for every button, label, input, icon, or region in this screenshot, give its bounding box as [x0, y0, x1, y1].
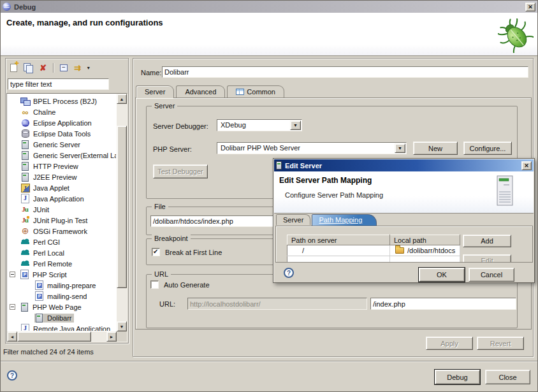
base-url-field-wrap: [187, 298, 367, 310]
bug-icon: [498, 18, 534, 53]
auto-generate-checkbox[interactable]: [150, 280, 159, 289]
help-icon[interactable]: [7, 370, 17, 381]
osgi-icon: [20, 227, 30, 236]
tree-item-mailing-prepare[interactable]: mailing-prepare: [8, 280, 116, 291]
dialog-help-icon[interactable]: [284, 268, 294, 278]
tree-item-junit-plug-in-test[interactable]: JUnit Plug-in Test: [8, 215, 116, 226]
close-button[interactable]: Close: [485, 370, 530, 384]
scroll-down-icon[interactable]: ▼: [117, 321, 127, 331]
tree-item-junit[interactable]: JUnit: [8, 204, 116, 215]
php-server-combo[interactable]: Dolibarr PHP Web Server: [217, 142, 407, 154]
database-icon: [20, 129, 30, 138]
filter-input[interactable]: [8, 79, 108, 89]
server-icon: [20, 303, 29, 312]
window-titlebar[interactable]: Debug ✕: [1, 1, 537, 13]
tree-item-cha-ne[interactable]: Chaîne: [8, 106, 116, 117]
chain-icon: [20, 108, 30, 117]
collapse-expander-icon[interactable]: [10, 304, 15, 310]
filter-menu-dropdown-icon[interactable]: ▾: [87, 65, 90, 71]
horizontal-scrollbar-thumb[interactable]: [17, 331, 91, 342]
collapse-all-icon[interactable]: [60, 64, 68, 71]
column-local-path[interactable]: Local path: [390, 235, 460, 245]
php-icon: [34, 292, 44, 301]
combo-dropdown-icon[interactable]: [290, 120, 301, 130]
path-mapping-row[interactable]: / /dolibarr/htdocs: [287, 245, 460, 256]
window-close-button[interactable]: ✕: [525, 3, 535, 11]
server-icon: [20, 151, 30, 160]
tree-item-php-web-page[interactable]: PHP Web Page: [8, 301, 116, 312]
configure-server-button[interactable]: Configure...: [463, 142, 512, 155]
applet-icon: [20, 184, 30, 192]
toolbar-separator: [53, 63, 54, 73]
sidebar-toolbar: ✘ ⇉ ▾: [6, 60, 90, 75]
edit-server-header: Edit Server Path Mapping Configure Serve…: [274, 171, 534, 214]
scroll-up-icon[interactable]: ▲: [117, 94, 127, 104]
apply-button: Apply: [426, 337, 473, 350]
dialog-tab-path-mapping[interactable]: Path Mapping: [312, 214, 377, 226]
tree-item-bpel-process-b2j-[interactable]: BPEL Process (B2J): [8, 96, 116, 106]
tree-item-php-script[interactable]: PHP Script: [8, 269, 116, 280]
tree-item-java-application[interactable]: Java Application: [8, 193, 116, 204]
eclipse-logo-icon: [3, 3, 11, 11]
server-icon: [20, 140, 30, 149]
auto-generate-label: Auto Generate: [164, 281, 210, 289]
edit-server-heading: Edit Server Path Mapping: [279, 176, 372, 185]
tree-item-http-preview[interactable]: HTTP Preview: [8, 161, 116, 171]
tree-item-dolibarr[interactable]: Dolibarr: [8, 312, 116, 323]
tree-item-eclipse-application[interactable]: Eclipse Application: [8, 117, 116, 128]
tab-common[interactable]: Common: [227, 85, 284, 98]
tree-item-perl-cgi[interactable]: Perl CGI: [8, 236, 116, 247]
path-mapping-table[interactable]: Path on server Local path / /dolibarr/ht…: [287, 235, 460, 263]
table-icon: [236, 89, 244, 95]
vertical-scrollbar-thumb[interactable]: [117, 126, 127, 288]
duplicate-configuration-icon[interactable]: [24, 63, 33, 72]
tree-item-perl-remote[interactable]: Perl Remote: [8, 258, 116, 269]
tree-horizontal-scrollbar[interactable]: ◄ ►: [7, 331, 117, 342]
collapse-expander-icon[interactable]: [10, 272, 15, 277]
tree-vertical-scrollbar[interactable]: ▲ ▼: [117, 94, 127, 331]
scrollbar-corner: [117, 331, 127, 342]
server-debugger-combo[interactable]: XDebug: [217, 119, 302, 131]
tree-item-mailing-send[interactable]: mailing-send: [8, 291, 116, 301]
scroll-right-icon[interactable]: ►: [106, 331, 117, 342]
scroll-left-icon[interactable]: ◄: [7, 331, 17, 342]
break-first-line-checkbox[interactable]: [152, 248, 160, 256]
dialog-tab-server[interactable]: Server: [276, 214, 310, 225]
base-url-input: [188, 298, 367, 309]
tree-item-eclipse-data-tools[interactable]: Eclipse Data Tools: [8, 128, 116, 139]
new-server-button[interactable]: New: [413, 142, 458, 155]
name-field-wrap: [162, 66, 528, 78]
add-mapping-button[interactable]: Add: [463, 235, 511, 247]
filter-status-text: Filter matched 24 of 24 items: [3, 348, 94, 356]
delete-configuration-icon[interactable]: ✘: [40, 64, 47, 72]
name-input[interactable]: [163, 67, 528, 77]
url-path-input[interactable]: [371, 298, 516, 309]
server-debugger-label: Server Debugger:: [153, 122, 208, 130]
empty-table-row: [287, 256, 460, 263]
banner-heading: Create, manage, and run configurations: [6, 18, 163, 27]
edit-server-close-button[interactable]: ✕: [521, 161, 532, 170]
url-group-title: URL: [152, 270, 171, 278]
tree-item-remote-java-application[interactable]: Remote Java Application: [8, 323, 116, 331]
tree-item-generic-server[interactable]: Generic Server: [8, 139, 116, 150]
tree-item-generic-server-external-la[interactable]: Generic Server(External La: [8, 150, 116, 161]
tree-item-java-applet[interactable]: Java Applet: [8, 182, 116, 193]
combo-dropdown-icon[interactable]: [395, 143, 405, 153]
configuration-tree: BPEL Process (B2J) Chaîne Eclipse Applic…: [6, 93, 127, 342]
tree-item-j2ee-preview[interactable]: J2EE Preview: [8, 171, 116, 182]
server-tower-icon: [494, 175, 517, 208]
ok-button[interactable]: OK: [419, 268, 465, 282]
filter-configurations-icon[interactable]: ⇉: [74, 64, 81, 72]
tab-server[interactable]: Server: [136, 85, 174, 98]
configurations-sidebar: ✘ ⇉ ▾ BPEL Process (B2J) Chaîne Eclipse …: [5, 58, 129, 344]
new-configuration-icon[interactable]: [10, 64, 17, 72]
tree-item-osgi-framework[interactable]: OSGi Framework: [8, 226, 116, 236]
server-icon: [276, 161, 282, 170]
debug-button[interactable]: Debug: [435, 370, 480, 384]
edit-server-titlebar[interactable]: Edit Server ✕: [274, 159, 534, 171]
column-path-on-server[interactable]: Path on server: [287, 235, 390, 245]
cancel-button[interactable]: Cancel: [469, 268, 514, 282]
junit-plugin-icon: [20, 216, 30, 225]
tree-item-perl-local[interactable]: Perl Local: [8, 247, 116, 258]
tab-advanced[interactable]: Advanced: [176, 85, 225, 98]
